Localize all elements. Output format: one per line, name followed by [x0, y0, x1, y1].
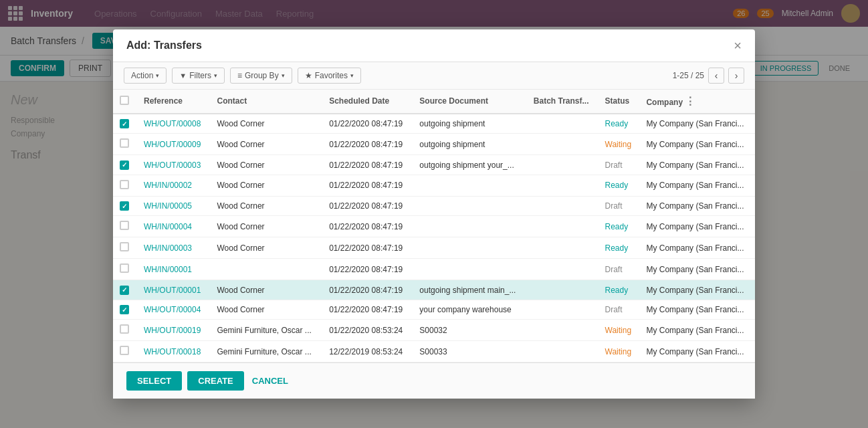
row-source-doc [413, 259, 527, 280]
row-checkbox[interactable] [120, 242, 129, 251]
row-batch-transfer [527, 216, 599, 237]
status-badge: Draft [605, 160, 623, 170]
table-row[interactable]: WH/OUT/00019 Gemini Furniture, Oscar ...… [113, 320, 755, 341]
row-checkbox[interactable] [120, 180, 129, 189]
row-checkbox[interactable] [120, 119, 129, 128]
row-checkbox[interactable] [120, 201, 129, 211]
row-checkbox-cell[interactable] [113, 175, 137, 196]
row-date: 01/22/2020 08:47:19 [322, 114, 413, 134]
table-row[interactable]: WH/IN/00002 Wood Corner 01/22/2020 08:47… [113, 175, 755, 196]
row-contact: Gemini Furniture, Oscar ... [210, 341, 322, 362]
row-source-doc [413, 216, 527, 237]
table-row[interactable]: WH/IN/00005 Wood Corner 01/22/2020 08:47… [113, 196, 755, 216]
reference-link[interactable]: WH/IN/00004 [144, 222, 192, 231]
row-company: My Company (San Franci... [639, 114, 755, 134]
row-checkbox[interactable] [120, 221, 129, 230]
row-status: Ready [599, 114, 640, 134]
reference-link[interactable]: WH/OUT/00003 [144, 160, 201, 170]
select-button[interactable]: SELECT [126, 371, 182, 391]
row-checkbox-cell[interactable] [113, 114, 137, 134]
row-status: Ready [599, 175, 640, 196]
filters-button[interactable]: ▼ Filters ▾ [172, 68, 225, 84]
star-icon: ★ [305, 71, 312, 80]
status-badge: Ready [605, 222, 629, 231]
favorites-button[interactable]: ★ Favorites ▾ [298, 68, 361, 84]
reference-link[interactable]: WH/OUT/00001 [144, 286, 201, 295]
select-all-header[interactable] [113, 90, 137, 114]
create-button[interactable]: CREATE [187, 371, 243, 391]
row-source-doc [413, 237, 527, 259]
row-checkbox-cell[interactable] [113, 216, 137, 237]
table-row[interactable]: WH/OUT/00004 Wood Corner 01/22/2020 08:4… [113, 300, 755, 320]
row-checkbox[interactable] [120, 263, 129, 273]
modal-header: Add: Transfers × [113, 29, 755, 62]
reference-link[interactable]: WH/IN/00005 [144, 201, 192, 211]
row-checkbox[interactable] [120, 346, 129, 355]
filter-icon: ▼ [179, 72, 187, 80]
row-checkbox[interactable] [120, 160, 129, 170]
row-date: 01/22/2020 08:47:19 [322, 155, 413, 175]
reference-link[interactable]: WH/IN/00001 [144, 265, 192, 274]
row-checkbox-cell[interactable] [113, 237, 137, 259]
table-row[interactable]: WH/OUT/00001 Wood Corner 01/22/2020 08:4… [113, 280, 755, 300]
row-reference: WH/OUT/00004 [137, 300, 210, 320]
select-all-checkbox[interactable] [120, 96, 129, 105]
row-company: My Company (San Franci... [639, 320, 755, 341]
table-row[interactable]: WH/OUT/00018 Gemini Furniture, Oscar ...… [113, 341, 755, 362]
reference-link[interactable]: WH/OUT/00019 [144, 326, 201, 335]
status-badge: Ready [605, 119, 629, 128]
table-row[interactable]: WH/OUT/00003 Wood Corner 01/22/2020 08:4… [113, 155, 755, 175]
row-checkbox-cell[interactable] [113, 259, 137, 280]
column-menu-icon[interactable]: ⋮ [685, 96, 695, 107]
action-button[interactable]: Action ▾ [124, 68, 167, 84]
row-checkbox[interactable] [120, 324, 129, 334]
reference-link[interactable]: WH/OUT/00018 [144, 347, 201, 356]
col-contact: Contact [210, 90, 322, 114]
reference-link[interactable]: WH/OUT/00004 [144, 305, 201, 314]
row-checkbox[interactable] [120, 305, 129, 314]
row-checkbox-cell[interactable] [113, 134, 137, 155]
row-batch-transfer [527, 175, 599, 196]
row-checkbox-cell[interactable] [113, 196, 137, 216]
table-row[interactable]: WH/IN/00004 Wood Corner 01/22/2020 08:47… [113, 216, 755, 237]
row-status: Draft [599, 196, 640, 216]
row-company: My Company (San Franci... [639, 280, 755, 300]
group-by-button[interactable]: ≡ Group By ▾ [230, 68, 292, 84]
reference-link[interactable]: WH/IN/00003 [144, 243, 192, 253]
modal-footer: SELECT CREATE CANCEL [113, 362, 755, 399]
row-contact: Wood Corner [210, 300, 322, 320]
reference-link[interactable]: WH/OUT/00008 [144, 119, 201, 128]
modal-close-button[interactable]: × [734, 39, 742, 52]
row-checkbox[interactable] [120, 138, 129, 148]
row-reference: WH/OUT/00003 [137, 155, 210, 175]
row-contact: Wood Corner [210, 196, 322, 216]
row-checkbox-cell[interactable] [113, 280, 137, 300]
row-company: My Company (San Franci... [639, 216, 755, 237]
row-checkbox-cell[interactable] [113, 320, 137, 341]
row-batch-transfer [527, 114, 599, 134]
row-company: My Company (San Franci... [639, 155, 755, 175]
row-source-doc: outgoing shipment main_... [413, 280, 527, 300]
row-date: 01/22/2020 08:47:19 [322, 280, 413, 300]
row-checkbox-cell[interactable] [113, 155, 137, 175]
cancel-button[interactable]: CANCEL [249, 371, 291, 391]
reference-link[interactable]: WH/IN/00002 [144, 181, 192, 190]
table-row[interactable]: WH/OUT/00008 Wood Corner 01/22/2020 08:4… [113, 114, 755, 134]
transfers-table: Reference Contact Scheduled Date Source … [113, 90, 755, 363]
row-checkbox-cell[interactable] [113, 341, 137, 362]
next-page-button[interactable]: › [728, 68, 744, 84]
row-batch-transfer [527, 134, 599, 155]
prev-page-button[interactable]: ‹ [708, 68, 724, 84]
row-contact: Wood Corner [210, 280, 322, 300]
table-row[interactable]: WH/IN/00001 01/22/2020 08:47:19 Draft My… [113, 259, 755, 280]
row-batch-transfer [527, 237, 599, 259]
pagination: 1-25 / 25 ‹ › [673, 68, 744, 84]
row-checkbox-cell[interactable] [113, 300, 137, 320]
row-status: Draft [599, 155, 640, 175]
table-row[interactable]: WH/IN/00003 Wood Corner 01/22/2020 08:47… [113, 237, 755, 259]
row-checkbox[interactable] [120, 286, 129, 295]
row-reference: WH/OUT/00001 [137, 280, 210, 300]
col-reference: Reference [137, 90, 210, 114]
table-row[interactable]: WH/OUT/00009 Wood Corner 01/22/2020 08:4… [113, 134, 755, 155]
reference-link[interactable]: WH/OUT/00009 [144, 140, 201, 149]
